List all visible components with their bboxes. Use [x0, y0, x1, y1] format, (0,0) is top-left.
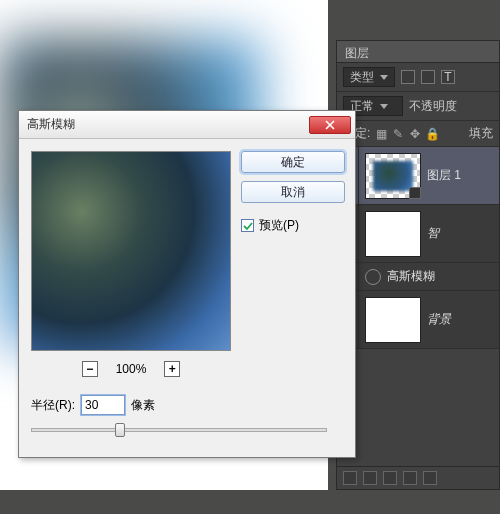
preview-checkbox[interactable] [241, 219, 254, 232]
dialog-titlebar[interactable]: 高斯模糊 [19, 111, 355, 139]
layer-row-1[interactable]: 图层 1 [337, 147, 499, 205]
new-group-button[interactable] [383, 471, 397, 485]
lock-paint-icon[interactable]: ✎ [392, 128, 404, 140]
layer-filter-label: 类型 [350, 69, 374, 86]
layer-row-2[interactable]: 智 [337, 205, 499, 263]
zoom-in-button[interactable]: + [164, 361, 180, 377]
radius-unit: 像素 [131, 397, 155, 414]
close-button[interactable] [309, 116, 351, 134]
chevron-down-icon [380, 104, 388, 109]
lock-pixels-icon[interactable]: ▦ [375, 128, 387, 140]
smart-object-badge-icon [409, 187, 421, 199]
lock-move-icon[interactable]: ✥ [409, 128, 421, 140]
radius-slider[interactable] [31, 421, 327, 439]
chevron-down-icon [380, 75, 388, 80]
fill-label: 填充 [469, 125, 493, 142]
layers-tab[interactable]: 图层 [337, 41, 499, 63]
zoom-value: 100% [116, 362, 147, 376]
layer-thumbnail[interactable] [365, 211, 421, 257]
layer-filter-dropdown[interactable]: 类型 [343, 67, 395, 87]
check-icon [243, 221, 253, 231]
radius-input[interactable] [81, 395, 125, 415]
smart-filter-icon [365, 269, 381, 285]
lock-all-icon[interactable]: 🔒 [426, 128, 438, 140]
layer-row-bg[interactable]: 背景 [337, 291, 499, 349]
mask-button[interactable] [363, 471, 377, 485]
radius-label: 半径(R): [31, 397, 75, 414]
filter-adjust-icon[interactable] [421, 70, 435, 84]
layer-name[interactable]: 背景 [427, 311, 499, 328]
fx-button[interactable] [343, 471, 357, 485]
filter-type-icon[interactable]: T [441, 70, 455, 84]
slider-track [31, 428, 327, 432]
minus-icon: − [86, 363, 93, 375]
delete-layer-button[interactable] [423, 471, 437, 485]
blur-preview[interactable] [31, 151, 231, 351]
layer-name[interactable]: 图层 1 [427, 167, 499, 184]
layers-panel-footer [337, 466, 499, 489]
cancel-button[interactable]: 取消 [241, 181, 345, 203]
layer-thumbnail[interactable] [365, 297, 421, 343]
preview-checkbox-label: 预览(P) [259, 217, 299, 234]
layers-panel: 图层 类型 T 正常 不透明度 锁定: ▦ ✎ ✥ 🔒 填充 [336, 40, 500, 490]
ok-button[interactable]: 确定 [241, 151, 345, 173]
plus-icon: + [169, 363, 176, 375]
layer-thumbnail[interactable] [365, 153, 421, 199]
new-layer-button[interactable] [403, 471, 417, 485]
filter-pixel-icon[interactable] [401, 70, 415, 84]
layer-name[interactable]: 智 [427, 225, 499, 242]
gaussian-blur-dialog: 高斯模糊 − 100% + 半径(R): 像素 [18, 110, 356, 458]
smart-filter-name[interactable]: 高斯模糊 [387, 268, 499, 285]
zoom-out-button[interactable]: − [82, 361, 98, 377]
opacity-label: 不透明度 [409, 98, 457, 115]
smart-filter-row[interactable]: 高斯模糊 [337, 263, 499, 291]
slider-thumb[interactable] [115, 423, 125, 437]
close-icon [325, 120, 335, 130]
dialog-title: 高斯模糊 [27, 116, 309, 133]
